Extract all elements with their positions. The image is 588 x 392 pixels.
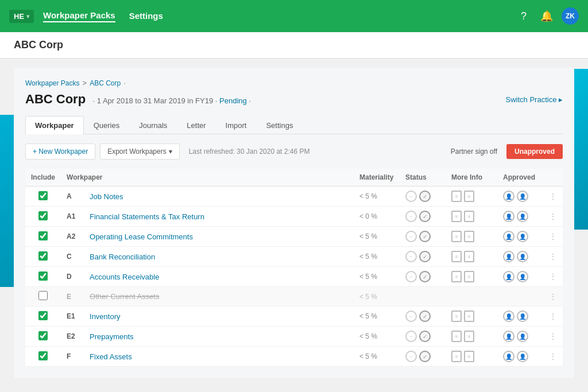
more-info-doc2-icon[interactable]: ≡ xyxy=(464,211,474,222)
row-checkbox-0[interactable] xyxy=(38,191,48,200)
approved-person1-icon[interactable]: 👤 xyxy=(503,251,514,262)
nav-workpaper-packs[interactable]: Workpaper Packs xyxy=(43,10,115,22)
tab-letter[interactable]: Letter xyxy=(177,116,215,134)
approved-person1-icon[interactable]: 👤 xyxy=(503,351,514,362)
status-check-icon[interactable]: ✓ xyxy=(419,331,431,342)
row-action-icon-0[interactable]: ⋮ xyxy=(549,192,557,201)
row-status-5 xyxy=(400,287,446,306)
approved-person2-icon[interactable]: 👤 xyxy=(517,251,528,262)
notifications-icon[interactable]: 🔔 xyxy=(539,8,555,24)
client-status[interactable]: Pending xyxy=(219,96,247,105)
row-checkbox-2[interactable] xyxy=(38,231,48,240)
workpaper-link-8[interactable]: Fixed Assets xyxy=(90,352,132,361)
row-action-icon-8[interactable]: ⋮ xyxy=(549,352,557,361)
row-approved-7: 👤 👤 xyxy=(497,327,543,347)
row-action-icon-4[interactable]: ⋮ xyxy=(549,272,557,281)
more-info-doc2-icon[interactable]: ≡ xyxy=(464,271,474,282)
row-approved-5 xyxy=(497,287,543,306)
row-checkbox-5[interactable] xyxy=(38,291,48,300)
more-info-doc1-icon[interactable]: ≡ xyxy=(451,211,462,222)
more-info-doc1-icon[interactable]: ≡ xyxy=(451,351,462,362)
status-check-icon[interactable]: ✓ xyxy=(419,211,431,222)
approved-person2-icon[interactable]: 👤 xyxy=(517,211,528,222)
breadcrumb-workpaper-packs[interactable]: Workpaper Packs xyxy=(25,79,79,87)
approved-person1-icon[interactable]: 👤 xyxy=(503,191,514,202)
status-check-icon[interactable]: ✓ xyxy=(419,351,431,362)
tab-settings[interactable]: Settings xyxy=(256,116,303,134)
approved-person2-icon[interactable]: 👤 xyxy=(517,231,528,242)
more-info-doc1-icon[interactable]: ≡ xyxy=(451,191,462,202)
approved-person2-icon[interactable]: 👤 xyxy=(517,311,528,322)
user-avatar[interactable]: ZK xyxy=(562,7,579,25)
status-check-icon[interactable]: ✓ xyxy=(419,271,431,282)
more-info-doc2-icon[interactable]: ≡ xyxy=(464,231,474,242)
status-minus-icon[interactable]: − xyxy=(405,231,417,242)
row-action-icon-7[interactable]: ⋮ xyxy=(549,332,557,341)
switch-practice-link[interactable]: Switch Practice ▸ xyxy=(506,95,563,104)
status-check-icon[interactable]: ✓ xyxy=(419,191,431,202)
workpaper-link-3[interactable]: Bank Reconciliation xyxy=(90,253,155,261)
status-minus-icon[interactable]: − xyxy=(405,351,417,362)
status-minus-icon[interactable]: − xyxy=(405,211,417,222)
tab-workpaper[interactable]: Workpaper xyxy=(25,116,84,134)
row-checkbox-8[interactable] xyxy=(38,351,48,360)
row-action-icon-2[interactable]: ⋮ xyxy=(549,232,557,241)
workpaper-link-6[interactable]: Inventory xyxy=(90,312,120,321)
workpaper-link-4[interactable]: Accounts Receivable xyxy=(90,273,159,281)
approved-person1-icon[interactable]: 👤 xyxy=(503,271,514,282)
approved-person1-icon[interactable]: 👤 xyxy=(503,311,514,322)
help-icon[interactable]: ? xyxy=(516,8,532,24)
status-minus-icon[interactable]: − xyxy=(405,311,417,322)
approved-person2-icon[interactable]: 👤 xyxy=(517,331,528,342)
tab-journals[interactable]: Journals xyxy=(129,116,177,134)
nav-settings[interactable]: Settings xyxy=(129,11,163,22)
toolbar: + New Workpaper Export Workpapers ▾ Last… xyxy=(25,143,563,160)
approved-person2-icon[interactable]: 👤 xyxy=(517,271,528,282)
status-minus-icon[interactable]: − xyxy=(405,191,417,202)
status-check-icon[interactable]: ✓ xyxy=(419,251,431,262)
more-info-doc2-icon[interactable]: ≡ xyxy=(464,251,474,262)
approved-person1-icon[interactable]: 👤 xyxy=(503,231,514,242)
more-info-doc2-icon[interactable]: ≡ xyxy=(464,351,474,362)
approved-person2-icon[interactable]: 👤 xyxy=(517,351,528,362)
row-action-icon-6[interactable]: ⋮ xyxy=(549,312,557,321)
row-more-info-7: ≡ ≡ xyxy=(446,327,497,347)
more-info-doc1-icon[interactable]: ≡ xyxy=(451,271,462,282)
col-header-include: Include xyxy=(25,169,61,187)
approved-person2-icon[interactable]: 👤 xyxy=(517,191,528,202)
more-info-doc1-icon[interactable]: ≡ xyxy=(451,251,462,262)
unapproved-button[interactable]: Unapproved xyxy=(506,144,563,159)
workpaper-link-7[interactable]: Prepayments xyxy=(90,332,134,341)
row-checkbox-1[interactable] xyxy=(38,211,48,220)
more-info-doc2-icon[interactable]: ≡ xyxy=(464,331,474,342)
row-action-icon-3[interactable]: ⋮ xyxy=(549,252,557,261)
workpaper-link-5[interactable]: Other Current Assets xyxy=(90,292,159,301)
workpaper-link-1[interactable]: Financial Statements & Tax Return xyxy=(90,212,204,221)
status-check-icon[interactable]: ✓ xyxy=(419,231,431,242)
nav-logo[interactable]: HE ▾ xyxy=(9,10,34,23)
row-action-icon-1[interactable]: ⋮ xyxy=(549,212,557,221)
more-info-doc1-icon[interactable]: ≡ xyxy=(451,311,462,322)
breadcrumb-abc-corp[interactable]: ABC Corp xyxy=(90,79,121,87)
row-checkbox-6[interactable] xyxy=(38,311,48,320)
status-check-icon[interactable]: ✓ xyxy=(419,311,431,322)
workpaper-link-0[interactable]: Job Notes xyxy=(90,192,123,201)
row-checkbox-4[interactable] xyxy=(38,271,48,281)
workpaper-link-2[interactable]: Operating Lease Commitments xyxy=(90,232,193,241)
export-workpapers-button[interactable]: Export Workpapers ▾ xyxy=(100,143,180,160)
more-info-doc2-icon[interactable]: ≡ xyxy=(464,191,474,202)
approved-person1-icon[interactable]: 👤 xyxy=(503,331,514,342)
more-info-doc1-icon[interactable]: ≡ xyxy=(451,231,462,242)
status-minus-icon[interactable]: − xyxy=(405,331,417,342)
status-minus-icon[interactable]: − xyxy=(405,271,417,282)
tab-import[interactable]: Import xyxy=(216,116,257,134)
tab-queries[interactable]: Queries xyxy=(84,116,130,134)
more-info-doc1-icon[interactable]: ≡ xyxy=(451,331,462,342)
approved-person1-icon[interactable]: 👤 xyxy=(503,211,514,222)
more-info-doc2-icon[interactable]: ≡ xyxy=(464,311,474,322)
status-minus-icon[interactable]: − xyxy=(405,251,417,262)
row-action-icon-5[interactable]: ⋮ xyxy=(549,292,557,301)
row-checkbox-3[interactable] xyxy=(38,251,48,261)
row-checkbox-7[interactable] xyxy=(38,331,48,340)
new-workpaper-button[interactable]: + New Workpaper xyxy=(25,143,95,160)
